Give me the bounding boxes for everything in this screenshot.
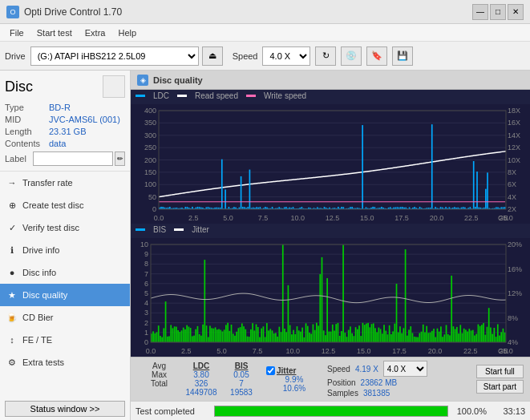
progress-time: 33:13 (493, 406, 525, 416)
speed-select[interactable]: 4.0 X (262, 46, 310, 66)
label-input[interactable] (33, 151, 113, 166)
bis-chart-canvas (131, 238, 530, 357)
jitter-checkbox[interactable] (266, 366, 275, 375)
top-legend: LDC Read speed Write speed (131, 90, 530, 102)
disc-info-icon: ● (6, 267, 18, 278)
cd-bier-icon: 🍺 (6, 312, 18, 323)
type-label: Type (5, 103, 49, 112)
disc-label-row: Label ✏ (5, 151, 125, 166)
speed-label: Speed (233, 51, 258, 61)
progress-bar-container: Test completed 100.0% 33:13 (131, 401, 530, 420)
bis-legend-label: BIS (153, 225, 166, 234)
menu-file[interactable]: File (3, 26, 30, 39)
start-buttons: Start full Start part (476, 365, 524, 394)
length-value: 23.31 GB (49, 127, 86, 136)
disc-button[interactable]: 💿 (341, 46, 362, 66)
menubar: File Start test Extra Help (0, 24, 530, 42)
jitter-legend-dot (174, 228, 184, 231)
transfer-rate-icon: → (6, 177, 18, 188)
content-area: Disc Type BD-R MID JVC-AMS6L (001) Lengt… (0, 71, 530, 420)
eject-button[interactable]: ⏏ (202, 46, 223, 66)
minimize-button[interactable]: — (472, 4, 488, 20)
bookmark-button[interactable]: 🔖 (366, 46, 387, 66)
ldc-legend-dot (136, 95, 145, 97)
drive-select[interactable]: (G:) ATAPI iHBS212 2.5L09 (30, 46, 199, 66)
bottom-legend: BIS Jitter (131, 224, 530, 236)
disc-quality-icon: ★ (6, 289, 18, 301)
sidebar-item-label-fe-te: FE / TE (22, 335, 52, 345)
ldc-legend-label: LDC (153, 91, 169, 100)
bis-legend-dot (136, 228, 145, 231)
stats-ldc-bis: Avg Max Total LDC 3.80 326 1449708 BIS 0… (137, 361, 261, 397)
speed-row: Speed 4.19 X 4.0 X (327, 361, 471, 377)
menu-help[interactable]: Help (111, 26, 143, 39)
maximize-button[interactable]: □ (490, 4, 506, 20)
samples-row: Samples 381385 (327, 389, 471, 398)
speed-value: 4.19 X (355, 365, 378, 374)
progress-fill (215, 406, 447, 416)
sidebar-item-verify-test-disc[interactable]: ✓ Verify test disc (0, 216, 130, 239)
status-text: Test completed (136, 406, 208, 416)
verify-test-disc-icon: ✓ (6, 222, 18, 233)
sidebar-item-label-disc-info: Disc info (22, 268, 56, 277)
ldc-avg: 3.80 (193, 370, 208, 379)
speed-label: Speed (327, 365, 350, 374)
bis-total: 19583 (230, 388, 253, 397)
bis-col-header: BIS (235, 361, 249, 370)
progress-percent: 100.0% (455, 406, 487, 416)
sidebar-item-extra-tests[interactable]: ⚙ Extra tests (0, 351, 130, 374)
app-icon: O (6, 6, 19, 18)
mid-label: MID (5, 115, 49, 124)
sidebar-item-label-extra-tests: Extra tests (22, 357, 64, 367)
jitter-legend-label: Jitter (192, 225, 209, 234)
disc-quality-header: ◈ Disc quality (131, 71, 530, 90)
avg-label: Avg (152, 361, 166, 370)
disc-img (103, 75, 125, 98)
close-button[interactable]: ✕ (508, 4, 524, 20)
menu-start-test[interactable]: Start test (30, 26, 79, 39)
stats-col-ldc: LDC 3.80 326 1449708 (181, 361, 221, 397)
length-label: Length (5, 127, 49, 136)
position-row: Position 23862 MB (327, 378, 471, 387)
position-value: 23862 MB (361, 378, 398, 387)
stats-col-bis: BIS 0.05 7 19583 (221, 361, 261, 397)
samples-label: Samples (327, 389, 358, 398)
refresh-button[interactable]: ↻ (315, 46, 336, 66)
label-label: Label (5, 154, 33, 164)
disc-quality-header-icon: ◈ (137, 75, 148, 86)
label-edit-button[interactable]: ✏ (115, 151, 125, 166)
sidebar-nav: → Transfer rate ⊕ Create test disc ✓ Ver… (0, 172, 130, 398)
toolbar: Drive (G:) ATAPI iHBS212 2.5L09 ⏏ Speed … (0, 42, 530, 71)
disc-contents-row: Contents data (5, 139, 125, 148)
window-controls: — □ ✕ (472, 4, 524, 20)
charts-container: LDC Read speed Write speed BIS Jitter (131, 90, 530, 357)
stats-row: Avg Max Total LDC 3.80 326 1449708 BIS 0… (137, 361, 524, 398)
sidebar-item-label-drive-info: Drive info (22, 245, 59, 255)
type-value: BD-R (49, 103, 71, 112)
sidebar-item-drive-info[interactable]: ℹ Drive info (0, 239, 130, 261)
samples-value: 381385 (363, 389, 390, 398)
sidebar-item-disc-info[interactable]: ● Disc info (0, 261, 130, 284)
sidebar: Disc Type BD-R MID JVC-AMS6L (001) Lengt… (0, 71, 131, 420)
start-part-button[interactable]: Start part (476, 380, 524, 394)
disc-header: Disc (5, 75, 125, 98)
bis-max: 7 (239, 379, 244, 388)
sidebar-item-fe-te[interactable]: ↕ FE / TE (0, 329, 130, 351)
ldc-total: 1449708 (186, 388, 217, 397)
sidebar-item-cd-bier[interactable]: 🍺 CD Bier (0, 306, 130, 329)
speed-select-stats[interactable]: 4.0 X (383, 361, 427, 377)
sidebar-item-label-create-test-disc: Create test disc (22, 200, 83, 210)
ldc-chart-canvas (131, 104, 530, 224)
max-label: Max (152, 370, 167, 379)
jitter-col-header: Jitter (277, 366, 296, 375)
sidebar-item-create-test-disc[interactable]: ⊕ Create test disc (0, 194, 130, 216)
sidebar-item-disc-quality[interactable]: ★ Disc quality (0, 284, 130, 306)
start-full-button[interactable]: Start full (476, 365, 524, 378)
jitter-checkbox-row: Jitter (266, 366, 322, 375)
menu-extra[interactable]: Extra (79, 26, 112, 39)
save-button[interactable]: 💾 (392, 46, 413, 66)
extra-tests-icon: ⚙ (6, 357, 18, 368)
ldc-col-header: LDC (193, 361, 210, 370)
status-window-button[interactable]: Status window >> (5, 401, 125, 417)
sidebar-item-transfer-rate[interactable]: → Transfer rate (0, 172, 130, 194)
